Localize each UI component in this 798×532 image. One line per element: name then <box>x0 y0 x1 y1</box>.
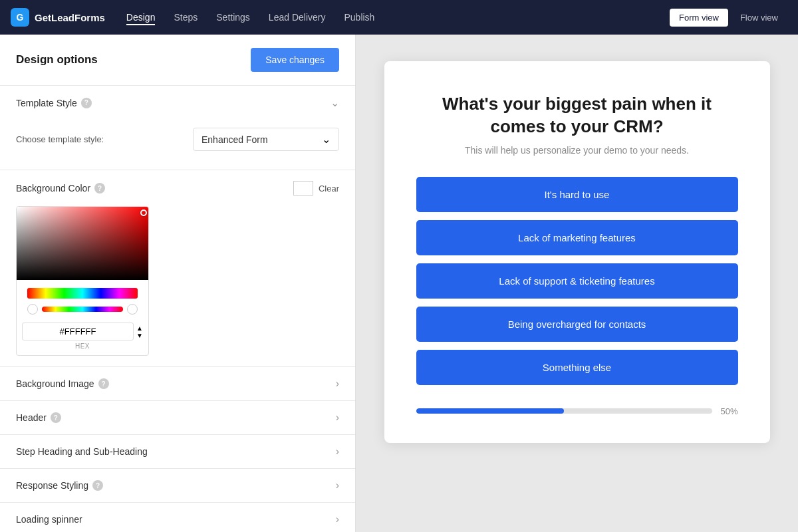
form-option-1[interactable]: Lack of marketing features <box>416 220 738 255</box>
template-select-chevron: ⌄ <box>322 133 331 146</box>
bg-color-label: Background Color ? <box>16 183 105 194</box>
form-option-2[interactable]: Lack of support & ticketing features <box>416 263 738 299</box>
nav-settings[interactable]: Settings <box>216 9 250 25</box>
progress-row: 50% <box>416 406 738 416</box>
progress-label: 50% <box>720 406 737 416</box>
logo-text: GetLeadForms <box>35 12 105 23</box>
page-title: Design options <box>16 53 98 66</box>
hex-input[interactable] <box>22 323 134 340</box>
bg-image-chevron: › <box>336 378 339 390</box>
background-color-section: Background Color ? Clear <box>0 170 355 367</box>
logo[interactable]: G GetLeadForms <box>11 8 105 27</box>
background-image-row[interactable]: Background Image ? › <box>0 367 355 401</box>
header-help-icon: ? <box>51 412 61 423</box>
preview-panel: What's your biggest pain when it comes t… <box>356 35 798 532</box>
left-panel: Design options Save changes Template Sty… <box>0 35 356 532</box>
hex-label: HEX <box>75 342 90 350</box>
header-chevron: › <box>336 412 339 424</box>
progress-bar-fill <box>416 408 565 414</box>
response-styling-chevron: › <box>336 479 339 491</box>
template-style-content: Choose template style: Enhanced Form ⌄ <box>0 120 355 170</box>
choose-template-label: Choose template style: <box>16 134 104 144</box>
form-options: It's hard to use Lack of marketing featu… <box>416 177 738 385</box>
template-style-help-icon: ? <box>81 98 92 108</box>
hue-bar[interactable] <box>27 288 138 299</box>
template-style-chevron: ⌄ <box>331 96 339 109</box>
bg-image-help-icon: ? <box>98 378 109 389</box>
bg-color-header: Background Color ? Clear <box>0 170 355 206</box>
step-heading-label: Step Heading and Sub-Heading <box>16 446 148 457</box>
hue-slider[interactable] <box>42 307 123 312</box>
save-button[interactable]: Save changes <box>251 48 339 72</box>
nav-steps[interactable]: Steps <box>174 9 198 25</box>
view-toggle: Form view Flow view <box>670 9 787 27</box>
choose-template-row: Choose template style: Enhanced Form ⌄ <box>16 128 339 151</box>
color-cursor <box>140 209 147 216</box>
header-label: Header ? <box>16 412 61 423</box>
loading-spinner-chevron: › <box>336 513 339 525</box>
color-picker-container: ▲ ▼ HEX <box>16 206 149 356</box>
opacity-swatch-right <box>127 304 138 315</box>
form-subtext: This will help us personalize your demo … <box>416 145 738 156</box>
step-heading-chevron: › <box>336 446 339 458</box>
loading-spinner-label: Loading spinner <box>16 514 82 525</box>
panel-header: Design options Save changes <box>0 35 355 86</box>
step-heading-row[interactable]: Step Heading and Sub-Heading › <box>0 435 355 469</box>
template-style-select[interactable]: Enhanced Form ⌄ <box>193 128 339 151</box>
main-layout: Design options Save changes Template Sty… <box>0 35 798 532</box>
form-option-3[interactable]: Being overcharged for contacts <box>416 307 738 342</box>
flow-view-button[interactable]: Flow view <box>731 9 787 27</box>
color-gradient-area[interactable] <box>17 207 149 280</box>
template-style-header[interactable]: Template Style ? ⌄ <box>0 86 355 120</box>
color-picker-popup: ▲ ▼ HEX <box>0 206 355 366</box>
template-style-section: Template Style ? ⌄ Choose template style… <box>0 86 355 170</box>
hex-up-arrow[interactable]: ▲ <box>136 325 143 332</box>
background-image-label: Background Image ? <box>16 378 109 389</box>
progress-bar-background <box>416 408 713 414</box>
hex-input-row: ▲ ▼ HEX <box>17 320 148 355</box>
form-option-0[interactable]: It's hard to use <box>416 177 738 212</box>
hex-down-arrow[interactable]: ▼ <box>136 332 143 339</box>
form-preview-card: What's your biggest pain when it comes t… <box>384 61 770 443</box>
logo-icon: G <box>11 8 29 27</box>
color-controls-row <box>22 301 143 320</box>
form-option-4[interactable]: Something else <box>416 350 738 385</box>
clear-color-button[interactable]: Clear <box>319 184 339 194</box>
bg-color-help-icon: ? <box>94 183 105 194</box>
bg-color-controls: Clear <box>293 181 339 196</box>
color-swatch[interactable] <box>293 181 313 196</box>
nav-design[interactable]: Design <box>126 9 156 25</box>
template-style-label: Template Style ? <box>16 98 92 108</box>
hex-stepper: ▲ ▼ <box>136 325 143 339</box>
response-help-icon: ? <box>92 480 103 491</box>
nav-publish[interactable]: Publish <box>344 9 374 25</box>
top-navigation: G GetLeadForms Design Steps Settings Lea… <box>0 0 798 35</box>
header-row[interactable]: Header ? › <box>0 401 355 435</box>
template-select-value: Enhanced Form <box>201 134 268 145</box>
color-sliders <box>17 280 148 320</box>
nav-links: Design Steps Settings Lead Delivery Publ… <box>126 9 670 25</box>
response-styling-label: Response Styling ? <box>16 480 103 491</box>
nav-lead-delivery[interactable]: Lead Delivery <box>269 9 326 25</box>
opacity-swatch-left <box>27 304 38 315</box>
form-question: What's your biggest pain when it comes t… <box>416 93 738 138</box>
form-view-button[interactable]: Form view <box>670 9 728 27</box>
response-styling-row[interactable]: Response Styling ? › <box>0 469 355 503</box>
loading-spinner-row[interactable]: Loading spinner › <box>0 503 355 532</box>
